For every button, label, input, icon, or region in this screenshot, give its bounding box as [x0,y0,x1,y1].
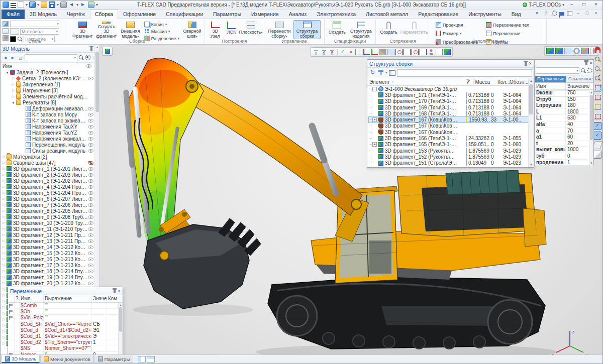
variable-editor-row[interactable]: $Cod_Sh $Vid_Chert=="Чертеж"?"":($Vid_Ch… [8,321,123,327]
refresh-icon[interactable]: ↻ [369,69,376,76]
ribbon-tab[interactable]: Электротехника [312,10,361,19]
save-cell-icon[interactable] [521,105,527,110]
variable-row[interactable]: t 20 [535,141,593,147]
variables-column-headers[interactable]: Имя Значение [535,83,593,90]
tab-variables[interactable]: Переменные [535,76,566,82]
doc-close-icon[interactable]: × [593,10,599,17]
variables-search-input[interactable] [536,67,579,74]
tree-item[interactable]: Материалы [2] [1,154,99,160]
expand-icon[interactable] [2,305,6,309]
expand-icon[interactable] [2,209,6,213]
assembly-column-headers[interactable]: Элемент▿ Масса Кол... Обозн... [367,78,534,86]
expand-box-icon[interactable] [372,117,377,122]
save-cell-icon[interactable] [521,123,527,129]
tree-item[interactable]: 3D фрагмент_20 (Э-1-212 Кольцо.grb) [1,280,99,286]
variable-comment-cell[interactable] [107,339,119,345]
viewport-fragment-button[interactable] [103,47,113,56]
eye-icon[interactable] [88,113,93,116]
expand-icon[interactable] [2,179,6,183]
pin-icon[interactable] [90,47,92,51]
variable-comment-cell[interactable] [107,303,119,308]
save-cell-icon[interactable] [521,98,527,104]
variable-row[interactable]: L 1800 [535,109,593,115]
expand-icon[interactable] [11,94,16,98]
tree-item[interactable]: Сварные швы [47] [1,160,99,166]
variable-row[interactable]: вылет_ковша 1000 [535,147,593,153]
create-mate-button[interactable]: Создать [378,20,399,39]
expand-icon[interactable] [2,185,6,189]
size-button[interactable]: Размер [434,30,479,37]
tree-column-header[interactable]: Имя [1,63,99,69]
tree-item[interactable]: 3D фрагмент_13 (Э-1-211 Проушина.grb) [1,238,99,244]
pin-icon[interactable] [585,61,587,65]
eye-icon[interactable] [88,161,93,165]
variables-scrollbar[interactable]: ▴▾ [589,90,593,166]
expand-icon[interactable] [11,88,16,92]
eye-icon[interactable] [88,215,93,219]
tree-search-input[interactable] [25,54,77,61]
expand-icon[interactable] [2,155,6,159]
isometry-icon[interactable] [593,151,601,159]
filter-clear-icon[interactable] [329,49,336,55]
eye-icon[interactable] [88,167,93,171]
tree-item[interactable]: Напряжения TauYZ [1,130,99,136]
settings-gear-icon[interactable] [552,11,557,16]
variable-name-cell[interactable]: $Ob [20,309,44,314]
section-plane-icon[interactable] [593,103,601,111]
move-mate-button[interactable]: Переместить [400,20,428,39]
minimize-button[interactable]: − [567,2,576,8]
save-cell-icon[interactable] [521,148,527,154]
close-window-icon[interactable]: × [118,289,121,294]
app-logo-icon[interactable] [3,2,9,8]
tree-item[interactable]: 3D фрагмент_5 (Э-1-204 Проушина.grb) [1,190,99,196]
annotation-filter-icon[interactable] [428,49,435,55]
tree-item[interactable]: Задача_2 [Прочность] [1,69,99,75]
tree-item[interactable]: 3D фрагмент_16 (Э-1-213 Кольцо.grb) [1,256,99,262]
style-combo[interactable] [10,21,60,27]
ribbon-tab[interactable]: 3D Модель [25,10,62,19]
vertex-filter-icon[interactable] [412,49,419,55]
variable-row[interactable]: Dковш 750 [535,90,593,96]
expand-icon[interactable] [2,317,6,321]
variable-row[interactable]: продление 1 [535,160,593,166]
variables-button[interactable]: Переменные [484,30,531,37]
intersection-button[interactable]: Пересечение тел [484,22,531,28]
tree-item[interactable]: Силы реакции, модуль [1,148,99,154]
tree-item[interactable]: Сетка_2 (Количество КЭ: 30715) [1,75,99,81]
ribbon-tab[interactable]: Анализ [284,10,312,19]
tree-item[interactable]: 3D фрагмент_10 (Э-1-209 Труба.grb) [1,220,99,226]
layout-vertical-icon[interactable] [138,356,146,362]
tree-item[interactable]: 3D фрагмент_18 (Э-1-214 Втулка.grb) [1,268,99,274]
expand-icon[interactable] [11,82,16,86]
variable-expression-cell[interactable]: "" [44,315,92,320]
tree-item[interactable]: 3D фрагмент_9 (Э-1-208 Труба.grb) [1,214,99,220]
variable-comment-cell[interactable] [107,321,119,327]
page-filter-icon[interactable] [436,49,443,55]
eye-icon[interactable] [88,233,93,237]
bottom-tab[interactable]: 3D Модель [2,355,40,363]
tree-item[interactable]: Нагружения [3] [1,87,99,93]
variable-comment-cell[interactable] [107,327,119,333]
save-icon[interactable] [49,2,55,8]
tree-item[interactable]: 3D фрагмент_15 (Э-1-212 Кольцо.grb) [1,250,99,256]
tree-item[interactable]: Деформации эквивалентные [1,105,99,111]
undo-dropdown-icon[interactable]: ▾ [76,3,78,7]
material-combo[interactable]: Материал [20,28,59,35]
tree-item[interactable]: Перемещения, модуль [1,142,99,148]
doc-minimize-icon[interactable]: − [575,10,581,17]
expand-icon[interactable] [2,251,6,255]
projection-button[interactable]: Проекция [434,22,479,28]
variable-name-cell[interactable]: $Cod_d [20,327,44,333]
select-cancel-icon[interactable] [347,49,354,55]
assembly-scrollbar[interactable]: ▴▾ [528,78,534,167]
tree-item[interactable]: 3D фрагмент_1 (Э-1-201 Лист.grb) [1,166,99,172]
variable-comment-cell[interactable] [107,309,119,314]
expand-icon[interactable] [2,287,6,291]
search-icon[interactable] [78,55,84,60]
eye-icon[interactable] [88,270,93,273]
assembly-row[interactable]: 3D фрагмент_169 (Тяги\Э-1-064 Шайба.grb)… [368,104,534,110]
face-filter-icon[interactable] [395,49,403,55]
assembly-row[interactable]: 3D фрагмент_171 (Тяги\Э-1-064 Шайба.grb)… [368,92,534,98]
3d-node-button[interactable]: 3D Узел [207,20,223,39]
variable-name-cell[interactable]: $Cod_d1 [20,333,44,339]
